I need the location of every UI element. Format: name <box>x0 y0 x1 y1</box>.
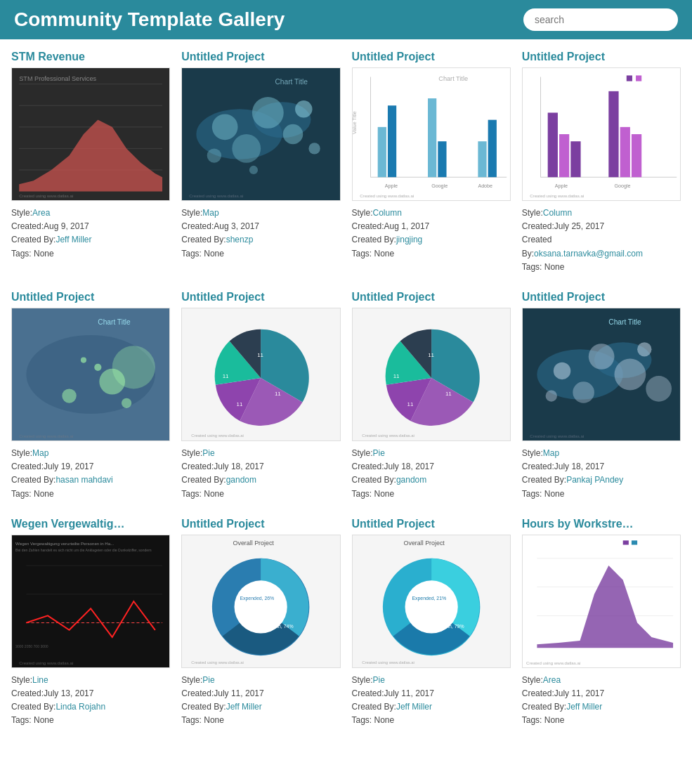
card-style[interactable]: Pie <box>202 675 214 685</box>
svg-point-75 <box>646 376 672 402</box>
card-creator-link[interactable]: Jeff Miller <box>226 702 262 712</box>
card-thumbnail: Chart Title Created using www.datlas.ai <box>181 67 340 201</box>
card-thumbnail: Apple Google Created using www.datlas.ai <box>522 67 681 201</box>
gallery-card: Untitled Project 11 11 11 11 Created usi… <box>352 291 511 501</box>
svg-marker-103 <box>537 566 673 648</box>
svg-text:Apple: Apple <box>384 183 397 189</box>
svg-rect-27 <box>438 141 446 177</box>
card-thumbnail: STM Professional Services Created using … <box>11 67 170 201</box>
svg-text:Created using www.datlas.ai: Created using www.datlas.ai <box>526 660 580 665</box>
card-style[interactable]: Pie <box>373 448 385 458</box>
card-creator-link[interactable]: Jeff Miller <box>566 702 602 712</box>
card-title[interactable]: Untitled Project <box>181 518 340 530</box>
gallery-card: Untitled Project Overall Project Expende… <box>181 518 340 728</box>
card-meta: Style:Map Created:Aug 3, 2017 Created By… <box>181 207 340 261</box>
card-title[interactable]: Untitled Project <box>352 291 511 303</box>
card-thumbnail: Chart Title Created using www.datlas.ai <box>11 308 170 441</box>
card-title[interactable]: Untitled Project <box>522 51 681 63</box>
card-title[interactable]: Untitled Project <box>181 291 340 303</box>
svg-point-71 <box>614 359 646 391</box>
svg-text:Created using www.datlas.ai: Created using www.datlas.ai <box>530 193 584 198</box>
card-creator-link[interactable]: oksana.tarnavka@gmail.com <box>534 249 643 259</box>
svg-text:Remain, 79%: Remain, 79% <box>435 623 464 628</box>
svg-text:11: 11 <box>223 373 229 379</box>
card-style[interactable]: Line <box>32 675 48 685</box>
card-title[interactable]: Untitled Project <box>11 291 170 303</box>
card-creator-link[interactable]: Linda Rojahn <box>56 702 105 712</box>
card-meta: Style:Map Created:July 18, 2017 Created … <box>522 447 681 501</box>
card-style[interactable]: Pie <box>373 675 385 685</box>
gallery-card: Wegen Vergewaltig… Wegen Vergewaltigung … <box>11 518 170 728</box>
svg-text:Created using www.datlas.ai: Created using www.datlas.ai <box>19 660 73 665</box>
svg-text:Google: Google <box>614 183 630 189</box>
svg-point-52 <box>122 398 131 408</box>
svg-text:11: 11 <box>445 391 451 397</box>
card-style[interactable]: Pie <box>202 448 214 458</box>
svg-point-73 <box>637 342 651 356</box>
svg-text:Created using www.datlas.ai: Created using www.datlas.ai <box>191 433 244 438</box>
card-thumbnail: 11 11 11 11 Created using www.datlas.ai <box>352 308 511 441</box>
svg-rect-29 <box>488 120 496 178</box>
svg-rect-25 <box>387 105 396 177</box>
svg-text:Chart Title: Chart Title <box>98 318 131 326</box>
card-creator-link[interactable]: gandom <box>396 475 426 485</box>
card-creator-link[interactable]: shenzp <box>226 235 254 244</box>
svg-text:Created using www.datlas.ai: Created using www.datlas.ai <box>19 193 73 198</box>
svg-rect-28 <box>478 141 486 177</box>
card-style[interactable]: Column <box>543 208 572 218</box>
card-style[interactable]: Area <box>543 675 561 685</box>
card-title[interactable]: Untitled Project <box>522 291 681 303</box>
card-thumbnail: 11 11 11 11 Created using www.datlas.ai <box>181 308 340 441</box>
svg-text:11: 11 <box>237 400 243 407</box>
card-title[interactable]: Untitled Project <box>352 51 511 63</box>
card-thumbnail: Overall Project Expended, 26% Remain, 74… <box>181 535 340 668</box>
card-style[interactable]: Map <box>543 448 559 458</box>
card-title[interactable]: STM Revenue <box>11 51 170 63</box>
svg-point-69 <box>554 362 570 379</box>
card-title[interactable]: Untitled Project <box>181 51 340 63</box>
page-title: Community Template Gallery <box>14 8 285 31</box>
card-title[interactable]: Untitled Project <box>352 518 511 530</box>
card-creator-link[interactable]: gandom <box>226 475 256 485</box>
svg-point-14 <box>233 134 261 163</box>
svg-point-54 <box>112 346 155 388</box>
svg-rect-26 <box>428 98 436 177</box>
card-meta: Style:Area Created:Aug 9, 2017 Created B… <box>11 207 170 261</box>
card-meta: Style:Pie Created:July 11, 2017 Created … <box>352 674 511 728</box>
svg-text:Overall Project: Overall Project <box>403 540 445 547</box>
svg-rect-38 <box>547 112 557 177</box>
svg-rect-40 <box>570 141 580 177</box>
card-creator-link[interactable]: Jeff Miller <box>56 235 91 244</box>
svg-text:Created using www.datlas.ai: Created using www.datlas.ai <box>530 433 584 438</box>
card-meta: Style:Column Created:Aug 1, 2017 Created… <box>352 207 511 261</box>
gallery-card: Hours by Workstre… Created using www.dat… <box>522 518 681 728</box>
card-meta: Style:Area Created:July 11, 2017 Created… <box>522 674 681 728</box>
card-meta: Style:Line Created:July 13, 2017 Created… <box>11 674 170 728</box>
card-title[interactable]: Wegen Vergewaltig… <box>11 518 170 530</box>
card-style[interactable]: Area <box>32 208 50 218</box>
svg-point-13 <box>283 124 303 145</box>
svg-text:Apple: Apple <box>555 183 568 189</box>
card-style[interactable]: Map <box>32 448 48 458</box>
svg-text:Chart Title: Chart Title <box>438 75 468 82</box>
svg-rect-24 <box>377 127 386 177</box>
card-title[interactable]: Hours by Workstre… <box>522 518 681 530</box>
gallery-card: Untitled Project Chart Title Created usi… <box>522 291 681 501</box>
svg-text:11: 11 <box>393 373 399 379</box>
card-style[interactable]: Map <box>202 208 218 218</box>
card-thumbnail: Wegen Vergewaltigung verurteilte Persone… <box>11 535 170 668</box>
page-header: Community Template Gallery <box>0 0 692 39</box>
card-style[interactable]: Column <box>373 208 402 218</box>
card-creator-link[interactable]: Pankaj PAndey <box>566 475 623 485</box>
card-thumbnail: Chart Title Created using www.datlas.ai <box>522 308 681 441</box>
svg-text:Remain, 74%: Remain, 74% <box>264 623 293 628</box>
gallery-grid: STM Revenue STM Professional Services Cr… <box>0 39 692 755</box>
gallery-card: Untitled Project Chart Title Created usi… <box>181 51 340 274</box>
svg-rect-42 <box>620 127 629 177</box>
card-creator-link[interactable]: jingjing <box>396 235 422 244</box>
card-creator-link[interactable]: hasan mahdavi <box>56 475 112 485</box>
svg-text:Created using www.datlas.ai: Created using www.datlas.ai <box>362 660 414 665</box>
search-input[interactable] <box>523 8 678 31</box>
svg-point-17 <box>309 143 320 154</box>
card-creator-link[interactable]: Jeff Miller <box>396 702 432 712</box>
